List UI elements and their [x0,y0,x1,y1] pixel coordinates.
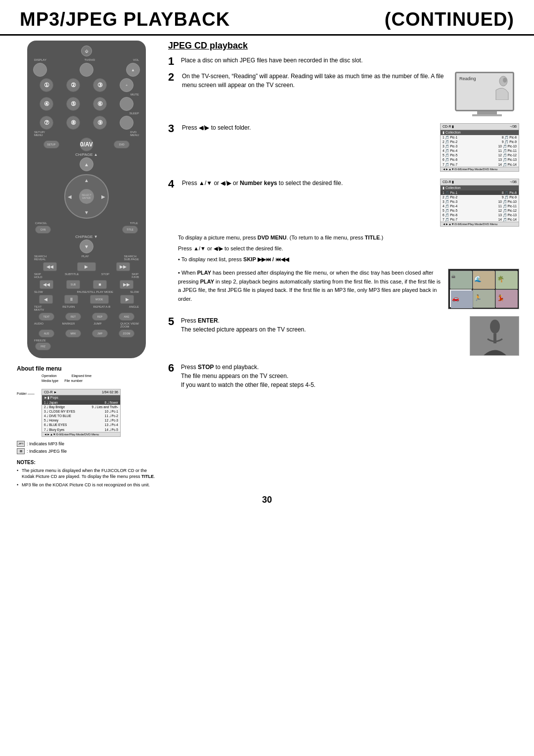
skip-row: ◀◀ SUB ■ ▶▶ [33,280,140,289]
nav-left[interactable]: ◀ [68,194,72,199]
number-row-3: ⑦ ⑧ ⑨ [33,116,140,130]
diagram-top-labels: Operation Elapsed time [42,374,91,378]
num-2-button[interactable]: ② [66,78,80,92]
prev-button[interactable]: ◀◀ [43,262,57,271]
repeat-button[interactable]: REP [92,313,108,321]
notes-section: NOTES: The picture menu is displayed whe… [17,459,156,488]
num-3-button[interactable]: ③ [93,78,107,92]
title-button[interactable]: TITLE [122,226,138,234]
slow-fwd-button[interactable]: ▶ [120,295,134,304]
num-8-button[interactable]: ⑧ [66,116,80,130]
nav-up[interactable]: ▲ [84,178,89,183]
num-6-button[interactable]: ⑥ [93,97,107,111]
vol-btn[interactable]: + [120,78,134,92]
slow-back-button[interactable]: ◀ [39,295,53,304]
title-right: (CONTINUED) [385,9,514,30]
select-enter-button[interactable]: SELECTENTER [79,189,94,204]
play-mode-button[interactable]: MODE [90,295,109,304]
cancel-button[interactable]: CAN [35,226,51,234]
fls-header: CD-R ► 1/94 02:36 [42,389,120,395]
fls1-header-right: ~/36 [510,125,517,129]
pause-button[interactable]: ⏸ [64,295,78,304]
thumb-grid-wrapper: 🏔 🌊 🌴 🚗 🏃 💃 [448,269,519,309]
svg-text:🏃: 🏃 [474,294,482,301]
fls1-row-7: 7 🎵 Pic-714 🎵 Pic-14 [441,162,519,167]
fls1-row-3: 3 🎵 Pic-310 🎵 Pic-10 [441,144,519,148]
mp3-icon: ♩MP3 [17,441,25,447]
page-number: 30 [0,490,534,510]
nav-right[interactable]: ▶ [101,194,105,199]
fls2-header-right: ~/36 [510,180,517,184]
fls1-folder: ▮ Collection [441,130,519,135]
freeze-button[interactable]: FRZ [35,342,51,350]
file-list-screen-2: CD-R ▮ ~/36 ▮ Collection 1 🎵 Pic-18 🎵 Pi… [440,179,519,227]
power-button[interactable]: ⏻ [81,46,92,56]
operation-label: Operation [42,374,57,378]
setup-row: SETUP 0/AV DVD [33,138,140,151]
tv-monitor: Reading [455,72,514,111]
setup-button[interactable]: SETUP [44,141,59,148]
picture-menu-section: To display a picture menu, press DVD MEN… [178,234,519,264]
jump-button[interactable]: JMP [92,330,108,337]
marker-button[interactable]: MRK [65,330,81,337]
svg-text:🚗: 🚗 [452,294,459,302]
nav-cross: SELECTENTER ▲ ▼ ◀ ▶ [64,174,109,219]
step-1: 1 Place a disc on which JPEG files have … [168,56,519,67]
ch-up-button[interactable]: ▲ [80,157,93,171]
fls2-row-4: 4 🎵 Pic-411 🎵 Pic-11 [441,204,519,208]
title-label: TITLE [130,222,138,225]
fls-item-3: 3 ♩ CLOSE MY EYES10 ♩ Pc-1 [42,409,120,414]
num-5-button[interactable]: ⑤ [66,97,80,111]
step-5-wrapper: 5 Press ENTER. The selected picture appe… [168,316,519,356]
thumb-grid: 🏔 🌊 🌴 🚗 🏃 💃 [448,269,519,309]
folder-label-wrapper: Folder —— [17,392,35,395]
vol-up-button[interactable]: ▲ [126,63,140,77]
skip-back-button[interactable]: ◀◀ [40,280,53,289]
fls2-row-5: 5 🎵 Pic-512 🎵 Pic-12 [441,208,519,213]
return-button[interactable]: RET [65,313,81,321]
num-9-button[interactable]: ⑨ [93,116,107,130]
main-content: ⏻ DISPLAY TV/DVD VOL ▲ ① ② ③ + [0,41,534,490]
play-button[interactable]: ▶ [77,262,96,271]
tv-person-graphic [486,75,511,100]
svg-text:🏔: 🏔 [451,275,455,279]
num-1-button[interactable]: ① [40,78,53,92]
tv-monitor-wrapper: Reading [455,72,519,116]
step-6-wrapper: 6 Press STOP to end playback. The file m… [168,363,519,389]
fls2-row-6: 6 🎵 Pic-613 🎵 Pic-13 [441,213,519,217]
display-button[interactable] [33,63,47,77]
fls1-row-1: 1 🎵 Pic-18 🎵 Pic-8 [441,135,519,140]
folder-label: Folder [17,392,27,395]
step-6-num: 6 [168,363,178,374]
step-4-content: Press ▲/▼ or ◀/▶ or Number keys to selec… [182,179,436,188]
num-0-button[interactable]: 0/AV [80,138,93,151]
thumb-2: 🌊 [473,271,494,288]
freeze-row: FRZ [33,342,140,350]
remote-control: ⏻ DISPLAY TV/DVD VOL ▲ ① ② ③ + [27,41,146,358]
subtitle-button[interactable]: SUB [66,280,80,289]
step-2-wrapper: 2 On the TV-screen, “Reading” will appea… [168,72,519,116]
zoom-button[interactable]: ZOOM [119,330,134,337]
sleep-button[interactable] [120,116,134,130]
tvdvd-button[interactable] [80,63,93,77]
step-4-num: 4 [168,179,178,189]
num-7-button[interactable]: ⑦ [40,116,53,130]
dvd-menu-button[interactable]: DVD [114,141,130,148]
fls2-row-2: 2 🎵 Pic-29 🎵 Pic-9 [441,195,519,199]
nav-down[interactable]: ▼ [84,210,89,215]
text-button[interactable]: TEXT [39,313,54,321]
num-4-button[interactable]: ④ [40,97,53,111]
audio-button[interactable]: AUD [39,330,54,337]
skip-fwd-button[interactable]: ▶▶ [120,280,134,289]
next-button[interactable]: ▶▶ [116,262,130,271]
ch-down-button[interactable]: ▼ [80,239,93,253]
chpage-down-label: CH/PAGE ▼ [33,235,140,239]
thumb-5: 🏃 [473,289,494,307]
stop-button[interactable]: ■ [93,280,107,289]
mute-button[interactable] [120,97,134,111]
audio-label-row: AUDIOMARKERJUMPQUICK VIEW/ZOOM [33,322,140,328]
angle-button[interactable]: ANG [119,313,134,321]
cancel-label: CANCEL [35,222,47,225]
step-3-wrapper: 3 Press ◀/▶ to select folder. CD-R ▮ ~/3… [168,123,519,172]
fls2-folder: ▮ Collection [441,186,519,190]
